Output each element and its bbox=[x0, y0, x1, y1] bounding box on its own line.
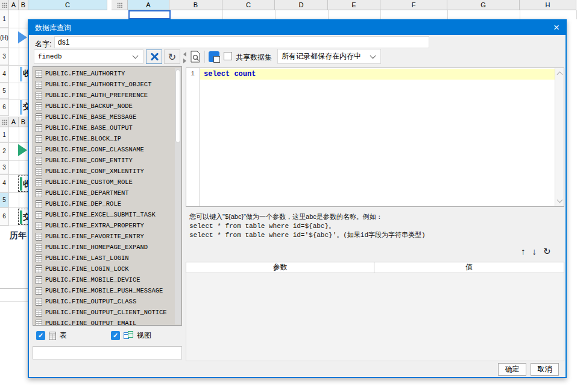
connection-config-button[interactable] bbox=[146, 49, 162, 64]
column-header-a[interactable]: A bbox=[9, 0, 19, 10]
filter-views[interactable]: ✓ 视图 bbox=[111, 330, 151, 341]
row-header[interactable]: 3 bbox=[0, 48, 9, 65]
dialog-titlebar[interactable]: 数据库查询 × bbox=[29, 21, 566, 35]
table-list-item[interactable]: PUBLIC.FINE_AUTH_PREFERENCE bbox=[33, 90, 181, 101]
column-header[interactable]: A bbox=[128, 0, 169, 10]
sheet-corner-icon[interactable] bbox=[112, 0, 128, 10]
parameter-help-text: 您可以键入"${abc}"做为一个参数，这里abc是参数的名称。例如： sele… bbox=[189, 212, 563, 241]
table-name: PUBLIC.FINE_EXTRA_PROPERTY bbox=[45, 222, 144, 229]
close-icon[interactable]: × bbox=[553, 21, 559, 34]
table-list-item[interactable]: PUBLIC.FINE_BASE_MESSAGE bbox=[33, 112, 181, 122]
table-list-item[interactable]: PUBLIC.FINE_MOBILE_DEVICE bbox=[33, 274, 181, 285]
table-icon bbox=[36, 233, 42, 241]
column-header-c[interactable]: C bbox=[28, 0, 107, 10]
chevron-down-icon bbox=[370, 52, 376, 58]
table-list-item[interactable]: PUBLIC.FINE_CONF_CLASSNAME bbox=[33, 144, 181, 155]
table-list[interactable]: PUBLIC.FINE_AUTHORITY PUBLIC.FINE_AUTHOR… bbox=[33, 66, 182, 326]
value-column-header[interactable]: 值 bbox=[374, 262, 564, 273]
table-list-item[interactable]: PUBLIC.FINE_FAVORITE_ENTRY bbox=[33, 231, 181, 242]
move-up-icon[interactable]: ↑ bbox=[521, 246, 526, 257]
sheet-corner-icon[interactable] bbox=[0, 0, 9, 10]
table-list-item[interactable]: PUBLIC.FINE_DEPARTMENT bbox=[33, 188, 181, 198]
gridline bbox=[222, 10, 223, 19]
move-down-icon[interactable]: ↓ bbox=[532, 246, 537, 257]
row-header[interactable]: 1 bbox=[0, 127, 9, 142]
row-header[interactable]: 6 bbox=[0, 207, 9, 226]
scroll-up-icon[interactable] bbox=[557, 72, 563, 78]
table-list-item[interactable]: PUBLIC.FINE_AUTHORITY bbox=[33, 68, 181, 79]
row-header[interactable]: 2 bbox=[0, 142, 9, 160]
column-header[interactable]: C bbox=[222, 0, 275, 10]
table-list-item[interactable]: PUBLIC.FINE_EXCEL_SUBMIT_TASK bbox=[33, 209, 181, 220]
table-list-item[interactable]: PUBLIC.FINE_CUSTOM_ROLE bbox=[33, 177, 181, 188]
row-header[interactable]: (H) bbox=[0, 28, 9, 48]
param-column-header[interactable]: 参数 bbox=[186, 262, 374, 273]
table-list-item[interactable]: PUBLIC.FINE_OUTPUT_CLIENT_NOTICE bbox=[33, 307, 181, 318]
params-table-body[interactable] bbox=[186, 273, 564, 361]
name-input[interactable] bbox=[54, 36, 429, 48]
sheet-corner-icon[interactable] bbox=[0, 117, 9, 127]
row-header[interactable]: 6 bbox=[0, 99, 9, 116]
connection-select[interactable]: finedb bbox=[34, 49, 143, 64]
table-name: PUBLIC.FINE_CONF_XMLENTITY bbox=[45, 168, 144, 175]
cell-bar-blue bbox=[20, 67, 22, 81]
cancel-button[interactable]: 取消 bbox=[531, 363, 559, 376]
table-list-item[interactable]: PUBLIC.FINE_CONF_ENTITY bbox=[33, 155, 181, 166]
row-header[interactable]: 3 bbox=[0, 160, 9, 174]
scroll-down-icon[interactable] bbox=[557, 197, 563, 203]
filter-tables[interactable]: ✓ 表 bbox=[36, 330, 67, 341]
sql-code-area[interactable]: select count bbox=[200, 68, 555, 206]
column-header[interactable]: F bbox=[380, 0, 447, 10]
ok-button[interactable]: 确定 bbox=[498, 363, 526, 376]
preview-button[interactable] bbox=[191, 51, 201, 65]
table-list-item[interactable]: PUBLIC.FINE_OUTPUT_CLASS bbox=[33, 296, 181, 307]
table-list-item[interactable]: PUBLIC.FINE_BASE_OUTPUT bbox=[33, 122, 181, 133]
collapse-left-icon[interactable] bbox=[183, 52, 186, 57]
selected-cell[interactable] bbox=[128, 10, 171, 19]
column-header-b[interactable]: B bbox=[19, 117, 28, 127]
sql-current-line[interactable]: select count bbox=[200, 69, 555, 80]
column-header[interactable]: B bbox=[169, 0, 222, 10]
table-list-item[interactable]: PUBLIC.FINE_HOMEPAGE_EXPAND bbox=[33, 242, 181, 253]
storage-mode-select[interactable]: 所有记录都保存在内存中 bbox=[277, 49, 381, 64]
editor-scrollbar[interactable] bbox=[555, 68, 564, 206]
column-header[interactable]: H bbox=[520, 0, 576, 10]
table-list-item[interactable]: PUBLIC.FINE_BACKUP_NODE bbox=[33, 101, 181, 112]
collapse-right-icon[interactable] bbox=[183, 58, 186, 63]
row-header[interactable]: 4 bbox=[0, 65, 9, 83]
table-icon bbox=[36, 168, 42, 175]
refresh-params-icon[interactable]: ↻ bbox=[543, 246, 551, 257]
row-header[interactable]: 5 bbox=[0, 83, 9, 99]
column-header-b[interactable]: B bbox=[19, 0, 28, 10]
row-header[interactable]: 1 bbox=[0, 10, 9, 28]
share-dataset-checkbox[interactable] bbox=[224, 52, 232, 60]
table-list-item[interactable]: PUBLIC.FINE_EXTRA_PROPERTY bbox=[33, 220, 181, 231]
column-header[interactable]: G bbox=[447, 0, 520, 10]
report-block-label: 历年 bbox=[10, 230, 27, 241]
column-header[interactable]: D bbox=[275, 0, 328, 10]
scrollbar-thumb[interactable] bbox=[175, 69, 180, 143]
table-list-item[interactable]: PUBLIC.FINE_DEP_ROLE bbox=[33, 198, 181, 209]
table-icon bbox=[36, 92, 42, 100]
checkbox-checked-icon[interactable]: ✓ bbox=[111, 331, 120, 340]
sql-editor[interactable]: 1 select count bbox=[186, 68, 564, 207]
checkbox-checked-icon[interactable]: ✓ bbox=[36, 331, 45, 340]
row-header[interactable]: 4 bbox=[0, 174, 9, 192]
list-scrollbar[interactable] bbox=[175, 68, 181, 324]
table-list-item[interactable]: PUBLIC.FINE_LAST_LOGIN bbox=[33, 253, 181, 264]
line-number: 1 bbox=[191, 70, 195, 77]
column-header[interactable]: E bbox=[328, 0, 380, 10]
connection-refresh-button[interactable]: ↻ bbox=[164, 49, 180, 64]
table-list-item[interactable]: PUBLIC.FINE_CONF_XMLENTITY bbox=[33, 166, 181, 177]
store-procedure-button[interactable] bbox=[209, 51, 219, 62]
table-list-item[interactable]: PUBLIC.FINE_OUTPUT_EMAIL bbox=[33, 318, 181, 326]
column-header-a[interactable]: A bbox=[9, 117, 19, 127]
table-list-item[interactable]: PUBLIC.FINE_MOBILE_PUSH_MESSAGE bbox=[33, 285, 181, 296]
gridline bbox=[576, 10, 577, 19]
table-name: PUBLIC.FINE_FAVORITE_ENTRY bbox=[45, 233, 144, 240]
table-list-item[interactable]: PUBLIC.FINE_BLOCK_IP bbox=[33, 133, 181, 144]
row-header-selected[interactable]: 5 bbox=[0, 192, 9, 207]
left-sheet-bottom-header: A B bbox=[0, 117, 28, 127]
table-list-item[interactable]: PUBLIC.FINE_AUTHORITY_OBJECT bbox=[33, 79, 181, 90]
table-list-item[interactable]: PUBLIC.FINE_LOGIN_LOCK bbox=[33, 264, 181, 274]
